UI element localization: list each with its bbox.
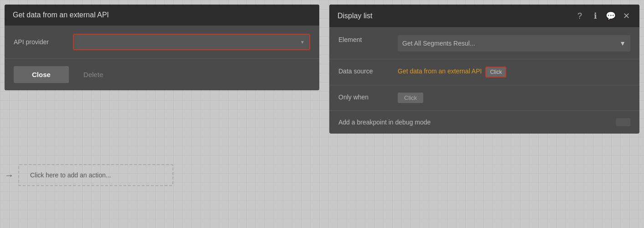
- element-value: Get All Segments Resul...: [402, 40, 475, 47]
- only-when-label: Only when: [338, 93, 398, 101]
- comment-icon[interactable]: 💬: [606, 11, 616, 21]
- element-label: Element: [338, 35, 398, 43]
- left-panel-header: Get data from an external API: [5, 5, 319, 26]
- breakpoint-row: Add a breakpoint in debug mode: [329, 110, 639, 134]
- breakpoint-label: Add a breakpoint in debug mode: [338, 119, 616, 126]
- left-panel-body: API provider ▼: [5, 26, 319, 58]
- right-panel: Display list ? ℹ 💬 ✕ Element Get All Seg…: [329, 5, 639, 134]
- info-icon[interactable]: ℹ: [590, 11, 600, 21]
- data-source-row: Data source Get data from an external AP…: [329, 59, 639, 85]
- breakpoint-toggle[interactable]: [616, 118, 630, 126]
- right-panel-header: Display list ? ℹ 💬 ✕: [329, 5, 639, 27]
- data-source-label: Data source: [338, 67, 398, 75]
- only-when-click-badge[interactable]: Click: [398, 93, 423, 103]
- element-row: Element Get All Segments Resul... ▼: [329, 27, 639, 59]
- dropdown-arrow-icon: ▼: [300, 40, 305, 45]
- left-panel: Get data from an external API API provid…: [5, 5, 319, 90]
- api-provider-dropdown[interactable]: ▼: [73, 34, 310, 50]
- only-when-row: Only when Click: [329, 85, 639, 110]
- arrow-icon: →: [5, 170, 14, 181]
- api-provider-row: API provider ▼: [5, 26, 319, 58]
- element-dropdown-arrow: ▼: [619, 40, 626, 47]
- left-panel-footer: Close Delete: [5, 58, 319, 90]
- close-button[interactable]: Close: [14, 66, 69, 83]
- add-action-text: Click here to add an action...: [30, 171, 111, 179]
- add-action-area: → Click here to add an action...: [5, 164, 173, 186]
- api-provider-label: API provider: [14, 38, 73, 46]
- data-source-link[interactable]: Get data from an external API: [398, 67, 482, 76]
- help-icon[interactable]: ?: [575, 11, 585, 21]
- element-dropdown[interactable]: Get All Segments Resul... ▼: [398, 35, 630, 52]
- add-action-box[interactable]: Click here to add an action...: [18, 164, 173, 186]
- left-panel-title: Get data from an external API: [13, 11, 109, 19]
- right-panel-title: Display list: [338, 12, 372, 20]
- data-source-value: Get data from an external API Click: [398, 67, 630, 78]
- close-icon[interactable]: ✕: [621, 11, 631, 21]
- data-source-click-badge[interactable]: Click: [485, 67, 506, 78]
- header-icons: ? ℹ 💬 ✕: [575, 11, 631, 21]
- delete-button[interactable]: Delete: [74, 66, 112, 83]
